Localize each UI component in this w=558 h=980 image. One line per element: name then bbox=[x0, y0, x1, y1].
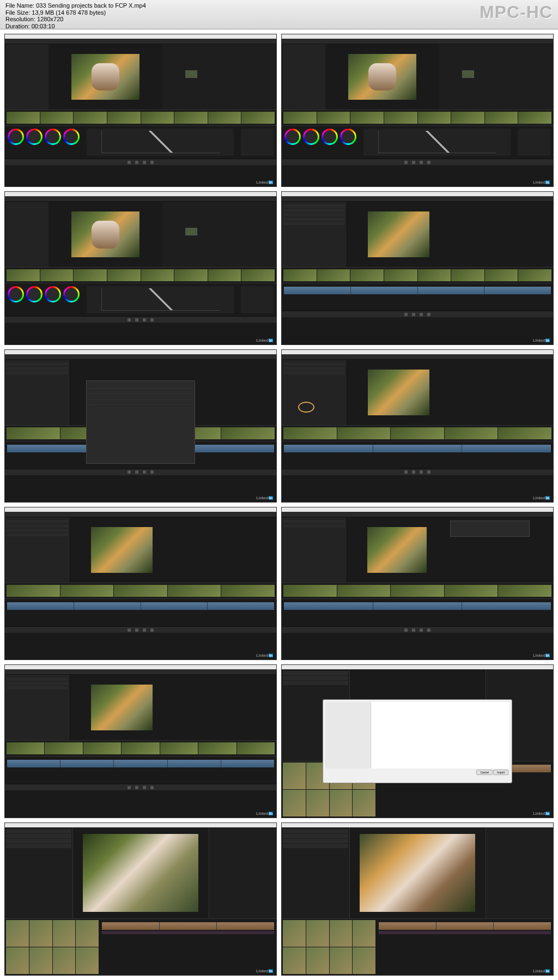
file-name-label: File Name: bbox=[5, 2, 34, 9]
resolution-value: 1280x720 bbox=[37, 16, 63, 22]
file-size-value: 13,9 MB (14 678 478 bytes) bbox=[32, 9, 106, 16]
duration-label: Duration: bbox=[5, 23, 30, 29]
toolbar bbox=[5, 39, 276, 44]
thumb-06[interactable]: Linkedin bbox=[281, 349, 554, 503]
duration-value: 00:03:10 bbox=[32, 23, 55, 29]
thumb-01[interactable]: Linkedin bbox=[4, 34, 277, 187]
fcp-viewer-image bbox=[360, 834, 475, 911]
color-wheels bbox=[8, 129, 80, 156]
viewer-image bbox=[348, 54, 416, 100]
file-metadata: File Name: 033 Sending projects back to … bbox=[5, 2, 146, 30]
viewer-image bbox=[91, 685, 153, 730]
thumb-09[interactable]: Linkedin bbox=[4, 664, 277, 818]
scopes-panel bbox=[241, 129, 274, 156]
lift-wheel[interactable] bbox=[8, 129, 24, 145]
dialog-favorites-sidebar[interactable] bbox=[325, 702, 372, 769]
deliver-page-icon[interactable] bbox=[150, 161, 154, 164]
node-editor bbox=[162, 44, 276, 110]
menubar bbox=[5, 34, 276, 39]
edit-page-icon[interactable] bbox=[135, 161, 138, 164]
import-dialog[interactable]: Cancel Import bbox=[323, 699, 513, 783]
viewer bbox=[48, 44, 162, 110]
resolution-label: Resolution: bbox=[5, 16, 35, 22]
viewer-image bbox=[368, 370, 429, 415]
viewer-image bbox=[367, 527, 427, 573]
import-button[interactable]: Import bbox=[493, 770, 508, 775]
import-dialog-overlay: Cancel Import bbox=[282, 665, 553, 817]
curves-editor[interactable] bbox=[87, 129, 234, 156]
fcp-viewer-image bbox=[83, 834, 198, 911]
cancel-button[interactable]: Cancel bbox=[476, 770, 493, 775]
thumb-07[interactable]: Linkedin bbox=[4, 507, 277, 660]
gamma-wheel[interactable] bbox=[26, 129, 43, 145]
viewer-image bbox=[71, 211, 140, 257]
dialog-file-list[interactable] bbox=[371, 702, 510, 769]
gallery-panel bbox=[5, 44, 48, 110]
highlight-annotation bbox=[298, 402, 314, 413]
thumb-12[interactable]: Linkedin bbox=[281, 822, 554, 976]
thumbnail-grid: Linkedin Linkedin Linkedin bbox=[0, 29, 558, 980]
media-page-icon[interactable] bbox=[128, 161, 131, 164]
fcp-inspector[interactable] bbox=[209, 827, 277, 919]
fcp-viewer[interactable] bbox=[73, 827, 209, 919]
settings-dialog[interactable] bbox=[86, 380, 195, 464]
render-queue bbox=[450, 202, 553, 267]
thumb-03[interactable]: Linkedin bbox=[4, 191, 277, 344]
thumb-05[interactable]: Linkedin bbox=[4, 349, 277, 503]
mpc-hc-logo: MPC-HC bbox=[480, 2, 553, 22]
filmstrip bbox=[5, 110, 276, 126]
thumb-02[interactable]: Linkedin bbox=[281, 34, 554, 187]
viewer-image bbox=[71, 54, 140, 100]
viewer-image bbox=[91, 527, 153, 573]
thumb-08[interactable]: Linkedin bbox=[281, 507, 554, 660]
page-nav bbox=[5, 159, 276, 165]
viewer-image bbox=[368, 211, 429, 257]
render-queue-item[interactable] bbox=[447, 517, 553, 583]
thumb-10[interactable]: Cancel Import Linkedin bbox=[281, 664, 554, 818]
thumb-11[interactable]: Linkedin bbox=[4, 822, 277, 976]
thumb-04[interactable]: Linkedin bbox=[281, 191, 554, 344]
file-name-value: 033 Sending projects back to FCP X.mp4 bbox=[36, 2, 146, 9]
file-size-label: File Size: bbox=[5, 9, 30, 16]
gain-wheel[interactable] bbox=[45, 129, 61, 145]
render-settings-panel[interactable] bbox=[282, 202, 347, 267]
color-page-icon[interactable] bbox=[143, 161, 146, 164]
file-info-header: File Name: 033 Sending projects back to … bbox=[0, 0, 558, 29]
offset-wheel[interactable] bbox=[63, 129, 80, 145]
linkedin-watermark: Linkedin bbox=[256, 180, 273, 184]
